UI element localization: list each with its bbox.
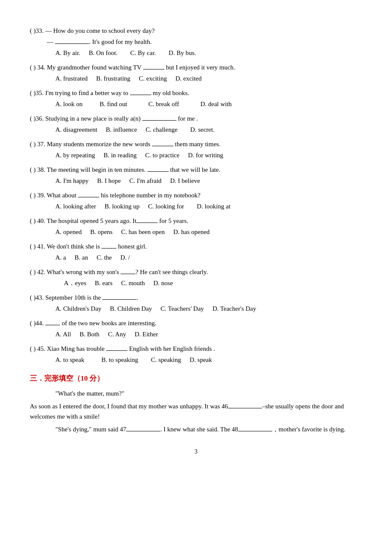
q39-blank: [78, 197, 99, 197]
q40-optC: C. has been open: [121, 227, 164, 237]
q40-line1: ( ) 40. The hospital opened 5 years ago.…: [30, 216, 362, 226]
q42-prefix: ( ) 42. What's wrong with my son's ? He …: [30, 269, 208, 275]
q43-prefix: ( )43. September 10th is the .: [30, 294, 138, 301]
q43-optC: C. Teachers' Day: [161, 304, 204, 314]
q43-optB: B. Children Day: [110, 304, 152, 314]
q42-optD: D. nose: [153, 278, 173, 288]
q34-blank: [143, 69, 164, 69]
q36-prefix: ( )36. Studying in a new place is really…: [30, 115, 198, 122]
q33-optA: A. By air.: [55, 48, 80, 58]
q35-optD: D. deal with: [200, 99, 232, 109]
q37-prefix: ( ) 37. Many students memorize the new w…: [30, 141, 220, 147]
q34-optA: A. frustrated: [55, 73, 88, 84]
q45-line1: ( ) 45. Xiao Ming has trouble English wi…: [30, 344, 362, 354]
q44-blank: [45, 325, 60, 325]
page-number: 3: [30, 447, 362, 457]
section3-header: 三．完形填空（10 分）: [30, 373, 362, 384]
question-40: ( ) 40. The hospital opened 5 years ago.…: [30, 216, 362, 237]
q34-prefix: ( ) 34. My grandmother found watching TV…: [30, 64, 235, 71]
section3-para2-text: As soon as I entered the door, I found t…: [30, 403, 344, 420]
section3-para1: "What's the matter, mum?": [43, 388, 362, 399]
q35-optA: A. look on: [55, 99, 83, 109]
section3-para3: "She's dying," mum said 47. I knew what …: [43, 424, 362, 434]
q39-optD: D. looking at: [197, 201, 231, 211]
q35-options: A. look on B. find out C. break off D. d…: [55, 99, 362, 109]
q42-optC: C. mouth: [121, 278, 145, 288]
q44-optD: D. Either: [135, 329, 158, 339]
q40-optD: D. has opened: [173, 227, 210, 237]
q41-optA: A. a: [55, 252, 66, 263]
question-39: ( ) 39. What about his telephone number …: [30, 190, 362, 211]
question-42: ( ) 42. What's wrong with my son's ? He …: [30, 267, 362, 288]
q36-optD: D. secret.: [190, 124, 215, 135]
q42-blank: [121, 274, 135, 274]
q43-options: A. Children's Day B. Children Day C. Tea…: [55, 304, 362, 314]
q43-optA: A. Children's Day: [55, 304, 101, 314]
blank-48: [238, 431, 272, 431]
q39-optC: C. looking for: [148, 201, 184, 211]
q33-line2: — . It's good for my health.: [47, 37, 362, 47]
q36-optB: B. influence: [106, 124, 137, 135]
q40-optB: B. opens: [90, 227, 113, 237]
q37-optB: B. in reading: [104, 150, 137, 160]
q41-optC: C. the: [97, 252, 112, 263]
blank-46: [228, 408, 262, 408]
page-number-text: 3: [195, 448, 198, 455]
q45-blank: [106, 350, 127, 351]
q41-optD: D. /: [121, 252, 130, 263]
q45-optA: A. to speak: [55, 355, 84, 365]
q36-line1: ( )36. Studying in a new place is really…: [30, 113, 362, 124]
q39-optA: A. looking after: [55, 201, 96, 211]
q33-blank: [55, 43, 89, 44]
question-34: ( ) 34. My grandmother found watching TV…: [30, 62, 362, 84]
q34-line1: ( ) 34. My grandmother found watching TV…: [30, 62, 362, 72]
question-45: ( ) 45. Xiao Ming has trouble English wi…: [30, 344, 362, 365]
q38-optC: C. I'm afraid: [130, 176, 162, 186]
q41-prefix: ( ) 41. We don't think she is honest gir…: [30, 243, 147, 250]
q38-optD: D. I believe: [170, 176, 200, 186]
q44-prefix: ( )44. of the two new books are interest…: [30, 320, 156, 327]
q33-optD: D. By bus.: [169, 48, 196, 58]
q44-optB: B. Both: [80, 329, 100, 339]
q35-line1: ( )35. I'm trying to find a better way t…: [30, 88, 362, 98]
q44-optC: C. Any: [108, 329, 126, 339]
q37-blank: [152, 146, 173, 146]
q45-optB: B. to speaking: [101, 355, 138, 365]
q45-optC: C. speaking: [151, 355, 181, 365]
q40-options: A. opened B. opens C. has been open D. h…: [55, 227, 362, 237]
q38-optA: A. I'm happy: [55, 176, 89, 186]
q34-options: A. frustrated B. frustrating C. exciting…: [55, 73, 362, 84]
q44-options: A. All B. Both C. Any D. Either: [55, 329, 362, 339]
q40-blank: [136, 223, 158, 223]
q44-line1: ( )44. of the two new books are interest…: [30, 318, 362, 328]
q37-optC: C. to practice: [145, 150, 179, 160]
q45-optD: D. speak: [190, 355, 212, 365]
q40-prefix: ( ) 40. The hospital opened 5 years ago.…: [30, 217, 188, 224]
q39-prefix: ( ) 39. What about his telephone number …: [30, 192, 200, 199]
q37-optD: D. for writing: [188, 150, 223, 160]
q33-optB: B. On foot.: [89, 48, 118, 58]
q41-optB: B. an: [75, 252, 88, 263]
question-38: ( ) 38. The meeting will begin in ten mi…: [30, 165, 362, 186]
q39-options: A. looking after B. looking up C. lookin…: [55, 201, 362, 211]
question-33: ( )33. — How do you come to school every…: [30, 26, 362, 58]
q38-options: A. I'm happy B. I hope C. I'm afraid D. …: [55, 176, 362, 186]
q33-optC: C. By car.: [130, 48, 156, 58]
q35-prefix: ( )35. I'm trying to find a better way t…: [30, 90, 189, 96]
q42-line1: ( ) 42. What's wrong with my son's ? He …: [30, 267, 362, 277]
q36-options: A. disagreement B. influence C. challeng…: [55, 124, 362, 135]
q40-optA: A. opened: [55, 227, 82, 237]
q34-optB: B. frustrating: [96, 73, 130, 84]
q43-optD: D. Teacher's Day: [213, 304, 257, 314]
question-43: ( )43. September 10th is the . A. Childr…: [30, 292, 362, 314]
q43-blank: [102, 299, 136, 300]
q36-blank: [142, 120, 176, 121]
q38-prefix: ( ) 38. The meeting will begin in ten mi…: [30, 166, 220, 173]
q33-options: A. By air. B. On foot. C. By car. D. By …: [55, 48, 362, 58]
q35-optB: B. find out: [100, 99, 127, 109]
q38-line1: ( ) 38. The meeting will begin in ten mi…: [30, 165, 362, 175]
q41-blank: [101, 248, 116, 249]
q44-optA: A. All: [55, 329, 71, 339]
q37-options: A. by repeating B. in reading C. to prac…: [55, 150, 362, 160]
q37-optA: A. by repeating: [55, 150, 95, 160]
